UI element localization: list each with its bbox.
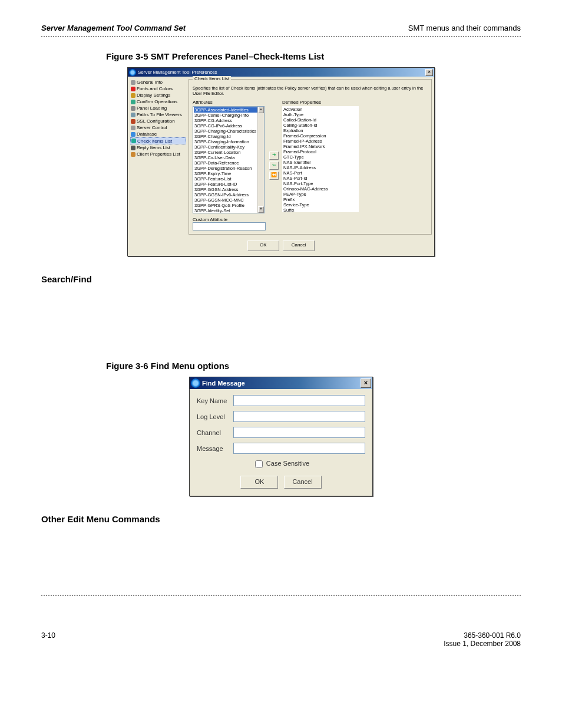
list-item[interactable]: NAS-Port-Id — [283, 176, 358, 181]
channel-input[interactable] — [233, 427, 365, 438]
list-item[interactable]: NAS-Identifier — [283, 160, 358, 165]
key-name-label: Key Name — [197, 397, 233, 404]
nav-confirm-operations[interactable]: Confirm Operations — [130, 98, 186, 105]
list-item[interactable]: 3GPP-Associated-Identities — [194, 107, 263, 113]
preferences-nav-tree: General Info Fonts and Colors Display Se… — [130, 79, 186, 235]
list-item[interactable]: Activation — [283, 107, 358, 112]
list-item[interactable]: Orinoco-MAC-Address — [283, 186, 358, 192]
nav-check-items-list[interactable]: Check Items List — [130, 137, 186, 144]
list-item[interactable]: 3GPP-GGSN-IPv6-Address — [194, 192, 263, 197]
ok-button[interactable]: OK — [240, 476, 278, 489]
move-right-button[interactable]: ➜ — [269, 151, 279, 160]
close-icon[interactable]: × — [361, 378, 371, 388]
message-label: Message — [197, 445, 233, 452]
list-item[interactable]: Framed-Protocol — [283, 149, 358, 154]
list-item[interactable]: NAS-Port — [283, 170, 358, 176]
database-icon — [131, 132, 135, 137]
move-left-button[interactable]: ⇐ — [269, 162, 279, 170]
cancel-button[interactable]: Cancel — [284, 476, 322, 489]
folder-icon — [131, 113, 135, 117]
list-item[interactable]: 3GPP-Deregistration-Reason — [194, 166, 263, 171]
nav-display-settings[interactable]: Display Settings — [130, 92, 186, 98]
nav-general-info[interactable]: General Info — [130, 79, 186, 85]
list-item[interactable]: 3GPP-GPRS-QoS-Profile — [194, 203, 263, 208]
list-item[interactable]: Expiration — [283, 128, 358, 133]
list-item[interactable]: Framed-Compression — [283, 133, 358, 139]
custom-attribute-label: Custom Attribute — [193, 217, 266, 222]
list-item[interactable]: 3GPP-Confidentiality-Key — [194, 144, 263, 150]
list-item[interactable]: NAS-Port-Type — [283, 181, 358, 186]
list-item[interactable]: Auth-Type — [283, 112, 358, 117]
log-level-label: Log Level — [197, 413, 233, 420]
list-item[interactable]: GTC-Type — [283, 154, 358, 160]
list-item[interactable]: Calling-Station-Id — [283, 123, 358, 128]
header-right: SMT menus and their commands — [408, 24, 521, 32]
list-item[interactable]: Framed-IPX-Network — [283, 144, 358, 149]
reply-icon — [131, 146, 135, 150]
close-icon[interactable]: × — [425, 69, 433, 76]
list-item[interactable]: Service-Type — [283, 202, 358, 207]
message-input[interactable] — [233, 443, 365, 454]
find-titlebar: Find Message × — [190, 377, 372, 389]
list-item[interactable]: 3GPP-Feature-List-ID — [194, 182, 263, 187]
server-icon — [131, 126, 135, 130]
list-item[interactable]: Prefix — [283, 197, 358, 202]
client-icon — [131, 152, 135, 157]
defined-properties-listbox[interactable]: ActivationAuth-TypeCalled-Station-IdCall… — [282, 106, 359, 212]
case-sensitive-label: Case Sensitive — [266, 460, 309, 467]
list-item[interactable]: PEAP-Type — [283, 192, 358, 197]
section-other-edit-menu: Other Edit Menu Commands — [41, 514, 521, 524]
log-level-input[interactable] — [233, 411, 365, 422]
list-item[interactable]: 3GPP-CG-Address — [194, 118, 263, 123]
list-item[interactable]: 3GPP-GGSN-Address — [194, 187, 263, 192]
list-item[interactable]: NAS-IP-Address — [283, 165, 358, 170]
list-item[interactable]: 3GPP-Camel-Charging-Info — [194, 113, 263, 118]
app-icon — [191, 378, 200, 388]
page-number: 3-10 — [41, 631, 55, 648]
list-item[interactable]: 3GPP-CG-IPv6-Address — [194, 123, 263, 129]
attributes-listbox[interactable]: 3GPP-Associated-Identities3GPP-Camel-Cha… — [193, 106, 265, 213]
nav-client-properties-list[interactable]: Client Properties List — [130, 151, 186, 157]
case-sensitive-checkbox[interactable] — [255, 460, 263, 468]
list-item[interactable]: 3GPP-Expiry-Time — [194, 171, 263, 176]
nav-fonts-colors[interactable]: Fonts and Colors — [130, 85, 186, 92]
nav-reply-items-list[interactable]: Reply Items List — [130, 144, 186, 151]
check-items-groupbox: Check Items List Specifies the list of C… — [189, 79, 432, 235]
list-item[interactable]: 3GPP-GGSN-MCC-MNC — [194, 197, 263, 203]
find-title: Find Message — [202, 380, 361, 387]
list-item[interactable]: Called-Station-Id — [283, 117, 358, 123]
nav-database[interactable]: Database — [130, 131, 186, 137]
scroll-down-icon[interactable]: ▼ — [258, 206, 264, 213]
key-name-input[interactable] — [233, 395, 365, 406]
nav-paths-file-viewers[interactable]: Paths To File Viewers — [130, 111, 186, 118]
preferences-titlebar: Server Management Tool Preferences × — [128, 68, 434, 77]
list-item[interactable]: 3GPP-Identity-Set — [194, 208, 263, 213]
list-item[interactable]: 3GPP-Charging-Information — [194, 139, 263, 144]
lock-icon — [131, 119, 135, 124]
scroll-up-icon[interactable]: ▲ — [258, 107, 264, 113]
nav-server-control[interactable]: Server Control — [130, 124, 186, 131]
doc-issue: Issue 1, December 2008 — [444, 640, 521, 648]
attributes-label: Attributes — [193, 100, 266, 105]
preferences-title: Server Management Tool Preferences — [138, 70, 425, 75]
scrollbar[interactable]: ▲ ▼ — [257, 107, 264, 213]
nav-panel-loading[interactable]: Panel Loading — [130, 105, 186, 111]
list-item[interactable]: 3GPP-Charging-Characteristics — [194, 129, 263, 134]
nav-ssl-configuration[interactable]: SSL Configuration — [130, 118, 186, 124]
check-icon — [131, 139, 136, 143]
list-item[interactable]: Suffix — [283, 207, 358, 212]
groupbox-description: Specifies the list of Check Items (attri… — [193, 85, 428, 96]
font-icon — [131, 87, 135, 91]
doc-number: 365-360-001 R6.0 — [444, 631, 521, 640]
cancel-button[interactable]: Cancel — [283, 241, 315, 251]
list-item[interactable]: 3GPP-Current-Location — [194, 150, 263, 155]
list-item[interactable]: 3GPP-Feature-List — [194, 176, 263, 182]
custom-attribute-input[interactable] — [193, 222, 266, 230]
header-left: Server Management Tool Command Set — [41, 24, 186, 32]
move-all-left-button[interactable]: ⏪ — [269, 172, 279, 180]
list-item[interactable]: 3GPP-Charging-Id — [194, 134, 263, 139]
list-item[interactable]: 3GPP-Cx-User-Data — [194, 155, 263, 160]
list-item[interactable]: Framed-IP-Address — [283, 139, 358, 144]
list-item[interactable]: 3GPP-Data-Reference — [194, 160, 263, 166]
ok-button[interactable]: OK — [247, 241, 279, 251]
